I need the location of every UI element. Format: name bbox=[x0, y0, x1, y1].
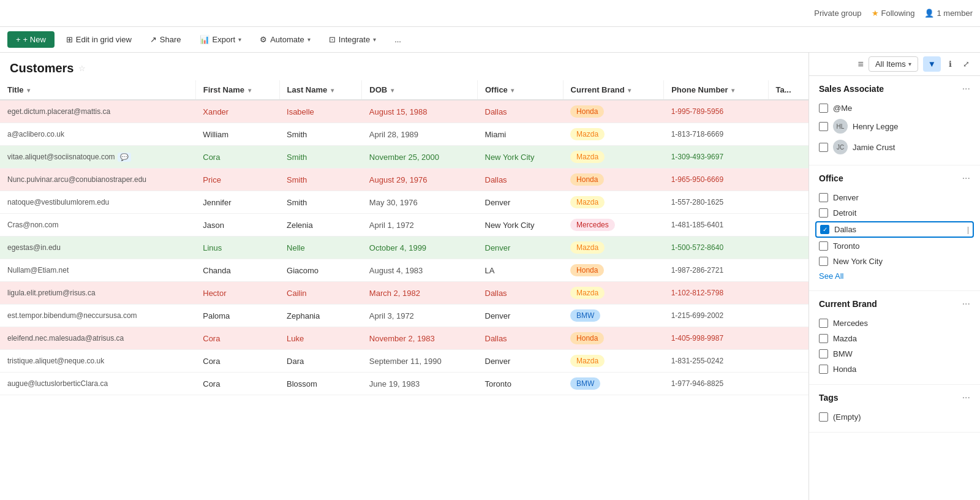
filter-item-me[interactable]: @Me bbox=[819, 100, 970, 116]
cell-brand: Mazda bbox=[563, 282, 664, 305]
col-first-name[interactable]: First Name ▾ bbox=[195, 80, 279, 100]
info-icon: ℹ bbox=[949, 59, 952, 69]
filter-item-bmw[interactable]: BMW bbox=[819, 346, 970, 362]
col-dob[interactable]: DOB ▾ bbox=[362, 80, 478, 100]
filter-item-mazda[interactable]: Mazda bbox=[819, 331, 970, 346]
col-phone-number[interactable]: Phone Number ▾ bbox=[664, 80, 768, 100]
filter-item-empty[interactable]: (Empty) bbox=[819, 409, 970, 425]
all-items-button[interactable]: All Items ▾ bbox=[869, 56, 918, 72]
filter-item-henry[interactable]: HL Henry Legge bbox=[819, 116, 970, 137]
top-bar: Private group ★ Following 👤 1 member bbox=[0, 0, 980, 27]
filter-item-denver[interactable]: Denver bbox=[819, 190, 970, 205]
table-row[interactable]: Nunc.pulvinar.arcu@conubianostraper.edu … bbox=[0, 169, 809, 191]
cell-last-name: Isabelle bbox=[279, 100, 362, 123]
checkbox-nyc[interactable] bbox=[819, 257, 828, 266]
cell-office: New York City bbox=[478, 214, 564, 237]
cell-tags bbox=[768, 373, 809, 395]
checkbox-toronto[interactable] bbox=[819, 241, 828, 251]
see-all-link[interactable]: See All bbox=[819, 269, 843, 283]
page-title-bar: Customers ☆ bbox=[0, 53, 809, 80]
cell-last-name: Smith bbox=[279, 146, 362, 169]
checkbox-bmw[interactable] bbox=[819, 349, 828, 358]
cell-first-name: Jason bbox=[195, 214, 279, 237]
checkbox-denver[interactable] bbox=[819, 193, 828, 202]
table-row[interactable]: eget.dictum.placerat@mattis.ca Xander Is… bbox=[0, 100, 809, 123]
lines-icon[interactable]: ≡ bbox=[858, 59, 864, 70]
filter-item-detroit[interactable]: Detroit bbox=[819, 205, 970, 221]
col-office[interactable]: Office ▾ bbox=[478, 80, 564, 100]
cell-first-name: Cora bbox=[195, 350, 279, 373]
checkbox-honda[interactable] bbox=[819, 365, 828, 374]
cell-dob: August 29, 1976 bbox=[362, 169, 478, 191]
cell-brand: BMW bbox=[563, 305, 664, 327]
export-label: Export bbox=[213, 35, 236, 44]
cell-tags bbox=[768, 146, 809, 169]
table-row[interactable]: Nullam@Etiam.net Chanda Giacomo August 4… bbox=[0, 259, 809, 282]
integrate-button[interactable]: ⊡ Integrate ▾ bbox=[322, 31, 383, 48]
cell-phone: 1-102-812-5798 bbox=[664, 282, 768, 305]
col-tags[interactable]: Ta... bbox=[768, 80, 809, 100]
filter-item-mercedes[interactable]: Mercedes bbox=[819, 316, 970, 331]
cell-first-name: Xander bbox=[195, 100, 279, 123]
more-button[interactable]: ... bbox=[388, 31, 408, 48]
col-current-brand[interactable]: Current Brand ▾ bbox=[563, 80, 664, 100]
avatar-henry: HL bbox=[833, 119, 848, 134]
filter-label-honda: Honda bbox=[833, 365, 856, 374]
checkbox-mercedes[interactable] bbox=[819, 319, 828, 328]
office-more-button[interactable]: ··· bbox=[962, 173, 970, 184]
filter-button[interactable]: ▼ bbox=[923, 56, 941, 72]
current-brand-more-button[interactable]: ··· bbox=[962, 298, 970, 309]
sales-associate-more-button[interactable]: ··· bbox=[962, 83, 970, 94]
filter-label-empty: (Empty) bbox=[833, 412, 861, 422]
following-label: Following bbox=[881, 9, 915, 18]
table-row[interactable]: natoque@vestibulumlorem.edu Jennifer Smi… bbox=[0, 191, 809, 214]
table-row[interactable]: egestas@in.edu Linus Nelle October 4, 19… bbox=[0, 237, 809, 259]
table-container[interactable]: Title ▾ First Name ▾ Last Name ▾ DOB ▾ O… bbox=[0, 80, 809, 500]
table-row[interactable]: a@aclibero.co.uk William Smith April 28,… bbox=[0, 123, 809, 146]
cell-phone: 1-481-185-6401 bbox=[664, 214, 768, 237]
checkbox-jamie[interactable] bbox=[819, 143, 828, 152]
col-last-name[interactable]: Last Name ▾ bbox=[279, 80, 362, 100]
cell-title: tristique.aliquet@neque.co.uk bbox=[0, 350, 195, 373]
share-button[interactable]: ↗ Share bbox=[143, 31, 188, 48]
cell-last-name: Dara bbox=[279, 350, 362, 373]
edit-grid-button[interactable]: ⊞ Edit in grid view bbox=[59, 31, 138, 48]
cell-tags bbox=[768, 259, 809, 282]
checkbox-mazda[interactable] bbox=[819, 334, 828, 343]
checkbox-me[interactable] bbox=[819, 104, 828, 113]
table-row[interactable]: est.tempor.bibendum@neccursusa.com Palom… bbox=[0, 305, 809, 327]
filter-label-henry: Henry Legge bbox=[853, 122, 898, 131]
cell-title: eget.dictum.placerat@mattis.ca bbox=[0, 100, 195, 123]
following-button[interactable]: ★ Following bbox=[872, 9, 915, 18]
person-icon: 👤 bbox=[924, 9, 934, 18]
table-row[interactable]: Cras@non.com Jason Zelenia April 1, 1972… bbox=[0, 214, 809, 237]
table-row[interactable]: vitae.aliquet@sociisnatoque.com💬 Cora Sm… bbox=[0, 146, 809, 169]
checkbox-detroit[interactable] bbox=[819, 208, 828, 218]
table-row[interactable]: tristique.aliquet@neque.co.uk Cora Dara … bbox=[0, 350, 809, 373]
expand-button[interactable]: ⤢ bbox=[960, 56, 973, 72]
filter-label-detroit: Detroit bbox=[833, 208, 856, 218]
cell-last-name: Zephania bbox=[279, 305, 362, 327]
tags-more-button[interactable]: ··· bbox=[962, 392, 970, 403]
filter-item-nyc[interactable]: New York City bbox=[819, 254, 970, 269]
info-button[interactable]: ℹ bbox=[946, 56, 955, 72]
new-button[interactable]: + + New bbox=[7, 31, 55, 48]
grid-icon: ⊞ bbox=[66, 35, 73, 44]
cell-title: augue@luctuslorberticClara.ca bbox=[0, 373, 195, 395]
table-row[interactable]: augue@luctuslorberticClara.ca Cora Bloss… bbox=[0, 373, 809, 395]
filter-item-honda[interactable]: Honda bbox=[819, 362, 970, 377]
cell-dob: November 25, 2000 bbox=[362, 146, 478, 169]
col-title[interactable]: Title ▾ bbox=[0, 80, 195, 100]
customers-table: Title ▾ First Name ▾ Last Name ▾ DOB ▾ O… bbox=[0, 80, 809, 395]
automate-button[interactable]: ⚙ Automate ▾ bbox=[253, 31, 317, 48]
filter-item-jamie[interactable]: JC Jamie Crust bbox=[819, 137, 970, 157]
checkbox-dallas[interactable] bbox=[820, 225, 829, 234]
filter-item-dallas[interactable]: Dallas | bbox=[815, 221, 974, 238]
table-row[interactable]: eleifend.nec.malesuada@atrisus.ca Cora L… bbox=[0, 327, 809, 350]
filter-item-toronto[interactable]: Toronto bbox=[819, 238, 970, 254]
star-favorite-icon[interactable]: ☆ bbox=[78, 64, 86, 73]
checkbox-henry[interactable] bbox=[819, 122, 828, 131]
export-button[interactable]: 📊 Export ▾ bbox=[193, 31, 249, 48]
checkbox-empty[interactable] bbox=[819, 412, 828, 422]
table-row[interactable]: ligula.elit.pretium@risus.ca Hector Cail… bbox=[0, 282, 809, 305]
